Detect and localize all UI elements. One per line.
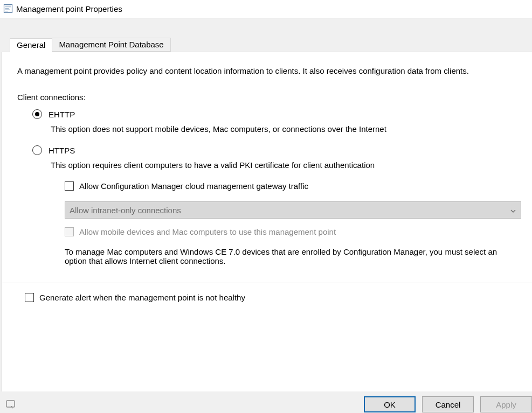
apply-button[interactable]: Apply [480,396,532,412]
radio-ehttp[interactable]: EHTTP [32,109,521,119]
title-bar: Management point Properties [0,0,532,18]
help-icon[interactable] [5,398,17,410]
svg-rect-3 [5,10,10,10]
checkbox-allow-mobile: Allow mobile devices and Mac computers t… [65,227,521,236]
checkbox-icon [65,181,74,191]
client-connections-label: Client connections: [17,93,521,102]
radio-label: EHTTP [49,110,75,119]
radio-icon [32,109,42,119]
window-title: Management point Properties [16,4,122,13]
connection-scope-dropdown[interactable]: Allow intranet-only connections [65,201,521,219]
radio-label: HTTPS [49,146,75,155]
tab-panel-general: A management point provides policy and c… [2,52,532,391]
radio-icon [32,145,42,155]
https-hint: This option requires client computers to… [51,160,521,170]
svg-rect-4 [5,11,8,11]
mac-note: To manage Mac computers and Windows CE 7… [65,247,521,265]
svg-rect-1 [5,6,11,8]
app-icon [3,4,13,13]
tab-strip: General Management Point Database [10,37,532,52]
checkbox-label: Allow Configuration Manager cloud manage… [79,181,308,191]
checkbox-label: Generate alert when the management point… [39,293,245,302]
client-connections-group: EHTTP This option does not support mobil… [32,109,521,265]
cancel-button[interactable]: Cancel [422,396,474,412]
svg-rect-2 [5,8,9,9]
dropdown-value: Allow intranet-only connections [70,206,181,215]
checkbox-allow-cmg[interactable]: Allow Configuration Manager cloud manage… [65,181,521,191]
chevron-down-icon [510,207,516,213]
tab-management-point-database[interactable]: Management Point Database [52,38,170,52]
separator [2,283,532,283]
svg-rect-5 [6,401,15,407]
checkbox-label: Allow mobile devices and Mac computers t… [79,227,336,236]
radio-https[interactable]: HTTPS [32,145,521,155]
tab-general[interactable]: General [10,38,52,52]
ok-button[interactable]: OK [364,396,416,412]
description-text: A management point provides policy and c… [17,66,521,75]
checkbox-icon [65,227,74,236]
ehttp-hint: This option does not support mobile devi… [51,124,521,134]
dialog-button-bar: OK Cancel Apply [0,391,532,413]
client-area: General Management Point Database A mana… [0,18,532,413]
checkbox-icon [25,293,34,302]
checkbox-generate-alert[interactable]: Generate alert when the management point… [25,293,521,302]
https-sub-options: Allow Configuration Manager cloud manage… [65,181,521,265]
